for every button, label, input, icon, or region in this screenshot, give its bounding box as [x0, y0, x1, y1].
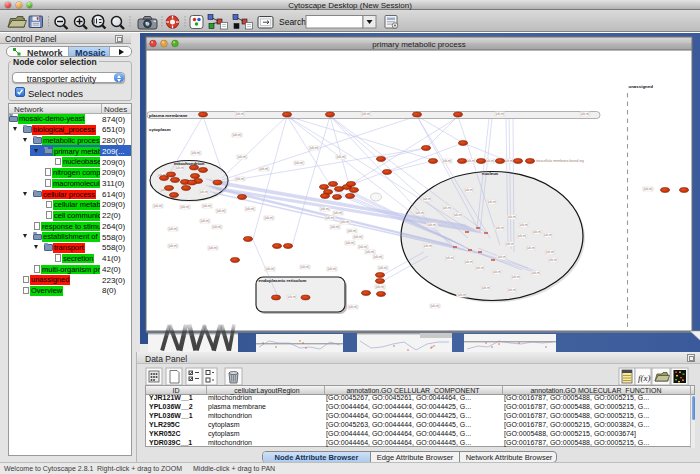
svg-text:[ab-m]: [ab-m] — [531, 271, 540, 275]
svg-text:[ab-m]: [ab-m] — [519, 223, 528, 227]
svg-text:[ab-m]: [ab-m] — [336, 155, 345, 159]
svg-text:[ab-m]: [ab-m] — [264, 216, 273, 220]
svg-text:[ab-m]: [ab-m] — [495, 226, 504, 230]
svg-text:[ab-m]: [ab-m] — [300, 265, 309, 269]
svg-text:plasma membrane: plasma membrane — [149, 113, 188, 118]
svg-text:mitochondrion: mitochondrion — [174, 161, 205, 166]
svg-text:[ab-m]: [ab-m] — [265, 267, 274, 271]
svg-text:[ab-m]: [ab-m] — [202, 204, 211, 208]
svg-text:endoplasmic reticulum: endoplasmic reticulum — [259, 278, 307, 283]
svg-text:[ab-m]: [ab-m] — [504, 159, 513, 163]
svg-text:[ab-m]: [ab-m] — [497, 255, 506, 259]
svg-text:[ab-m]: [ab-m] — [208, 246, 217, 250]
svg-text:[ab-m]: [ab-m] — [180, 205, 189, 209]
svg-text:[ab-m]: [ab-m] — [237, 155, 246, 159]
svg-text:[ab-m]: [ab-m] — [309, 146, 318, 150]
svg-text:[ab-m]: [ab-m] — [259, 167, 268, 171]
svg-text:[ab-m]: [ab-m] — [445, 256, 454, 260]
svg-text:[ab-m]: [ab-m] — [320, 207, 329, 211]
svg-text:[ab-m]: [ab-m] — [175, 166, 184, 170]
svg-text:[ab-m]: [ab-m] — [216, 209, 225, 213]
svg-text:[ab-m]: [ab-m] — [481, 286, 490, 290]
svg-text:[ab-m]: [ab-m] — [464, 260, 473, 264]
svg-text:intracellular membrane-bound o: intracellular membrane-bound org — [536, 159, 584, 163]
svg-text:[ab-m]: [ab-m] — [507, 288, 516, 292]
svg-text:[ab-m]: [ab-m] — [245, 207, 254, 211]
svg-text:[ab-m]: [ab-m] — [235, 112, 244, 116]
svg-text:[ab-m]: [ab-m] — [415, 211, 424, 215]
svg-text:[ab-m]: [ab-m] — [200, 219, 209, 223]
svg-text:[ab-m]: [ab-m] — [487, 200, 496, 204]
svg-text:[ab-m]: [ab-m] — [466, 159, 475, 163]
svg-text:[ab-m]: [ab-m] — [168, 227, 177, 231]
svg-text:[ab-m]: [ab-m] — [507, 215, 516, 219]
svg-text:[ab-m]: [ab-m] — [330, 225, 339, 229]
svg-text:[ab-m]: [ab-m] — [453, 213, 462, 217]
svg-text:[ab-m]: [ab-m] — [427, 223, 436, 227]
svg-text:primary metabolic process: primary metabolic process — [372, 40, 465, 49]
svg-text:[ab-m]: [ab-m] — [492, 270, 501, 274]
svg-text:[ab-m]: [ab-m] — [543, 233, 552, 237]
svg-text:[ab-m]: [ab-m] — [294, 161, 303, 165]
svg-text:[ab-m]: [ab-m] — [580, 112, 589, 116]
svg-text:[ab-m]: [ab-m] — [423, 244, 432, 248]
svg-text:[ab-m]: [ab-m] — [353, 235, 362, 239]
svg-text:[ab-m]: [ab-m] — [378, 266, 387, 270]
svg-text:[ab-m]: [ab-m] — [430, 304, 439, 308]
svg-text:[ab-m]: [ab-m] — [327, 267, 336, 271]
svg-text:[ab-m]: [ab-m] — [545, 250, 554, 254]
svg-text:[ab-m]: [ab-m] — [347, 229, 356, 233]
svg-text:[ab-m]: [ab-m] — [548, 258, 557, 262]
svg-text:[ab-m]: [ab-m] — [495, 112, 504, 116]
svg-text:[ab-m]: [ab-m] — [168, 244, 177, 248]
svg-text:[ab-m]: [ab-m] — [212, 225, 221, 229]
svg-text:[ab-m]: [ab-m] — [333, 211, 342, 215]
svg-text:cytoplasm: cytoplasm — [149, 127, 171, 132]
svg-text:[ab-m]: [ab-m] — [643, 187, 652, 191]
svg-text:[ab-m]: [ab-m] — [373, 255, 382, 259]
svg-text:[ab-m]: [ab-m] — [517, 234, 526, 238]
svg-text:[ab-m]: [ab-m] — [191, 151, 200, 155]
svg-text:unassigned: unassigned — [629, 84, 654, 89]
svg-text:[ab-m]: [ab-m] — [375, 285, 384, 289]
svg-text:[ab-m]: [ab-m] — [199, 190, 208, 194]
svg-text:[ab-m]: [ab-m] — [287, 295, 296, 299]
svg-text:f(x): f(x) — [638, 373, 651, 383]
svg-text:[ab-m]: [ab-m] — [505, 242, 514, 246]
svg-text:nucleus: nucleus — [482, 171, 499, 176]
svg-text:[ab-m]: [ab-m] — [511, 275, 520, 279]
svg-text:[ab-m]: [ab-m] — [325, 216, 334, 220]
svg-text:[ab-m]: [ab-m] — [526, 246, 535, 250]
svg-text:[ab-m]: [ab-m] — [475, 266, 484, 270]
svg-text:[ab-m]: [ab-m] — [340, 220, 349, 224]
svg-text:[ab-m]: [ab-m] — [532, 230, 541, 234]
svg-text:[ab-m]: [ab-m] — [464, 188, 473, 192]
svg-text:[ab-m]: [ab-m] — [485, 159, 494, 163]
svg-text:[ab-m]: [ab-m] — [361, 112, 370, 116]
svg-text:[ab-m]: [ab-m] — [348, 305, 357, 309]
svg-text:[ab-m]: [ab-m] — [153, 204, 162, 208]
svg-text:[ab-m]: [ab-m] — [235, 177, 244, 181]
svg-text:[ab-m]: [ab-m] — [422, 197, 431, 201]
svg-text:Search:: Search: — [279, 17, 308, 27]
svg-text:[ab-m]: [ab-m] — [358, 245, 367, 249]
svg-text:[ab-m]: [ab-m] — [442, 159, 451, 163]
svg-text:[ab-m]: [ab-m] — [442, 206, 451, 210]
svg-text:[ab-m]: [ab-m] — [345, 241, 354, 245]
svg-text:[ab-m]: [ab-m] — [365, 250, 374, 254]
svg-text:[ab-m]: [ab-m] — [232, 133, 241, 137]
svg-text:[ab-m]: [ab-m] — [457, 293, 466, 297]
